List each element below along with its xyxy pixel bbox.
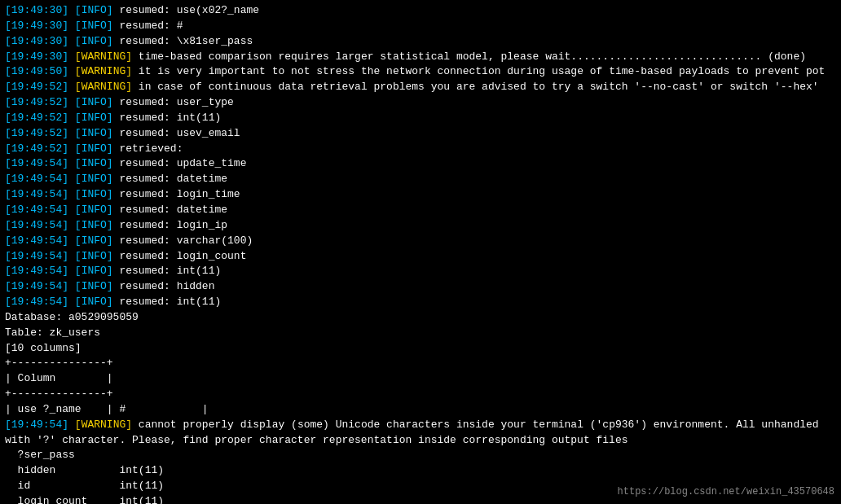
terminal-line: Table: zk_users [5,326,836,341]
tag-info: [INFO] [75,296,113,308]
tag-info: [INFO] [75,127,113,139]
timestamp: [19:49:54] [5,219,68,231]
line-text: | Column | [5,372,113,384]
terminal-line: [19:49:54] [INFO] resumed: update_time [5,156,836,172]
line-text: Table: zk_users [5,327,100,339]
terminal-line: [19:49:52] [INFO] resumed: usev_email [5,126,836,142]
timestamp: [19:49:30] [5,35,68,47]
timestamp: [19:49:54] [5,265,68,277]
line-text: [10 columns] [5,342,81,354]
line-text: +---------------+ [5,388,113,400]
tag-info: [INFO] [75,265,113,277]
terminal-line: | use ?_name | # | [5,402,836,418]
terminal-line: [19:49:30] [INFO] resumed: \x81ser_pass [5,34,836,50]
tag-warning: [WARNING] [75,419,132,431]
timestamp: [19:49:54] [5,173,68,185]
line-text: | use ?_name | # | [5,403,209,415]
terminal-line: [19:49:54] [INFO] resumed: login_count [5,249,836,265]
line-text: resumed: int(11) [113,265,222,277]
timestamp: [19:49:54] [5,280,68,292]
tag-info: [INFO] [75,250,113,262]
line-text: id int(11) [5,480,164,492]
timestamp: [19:49:54] [5,188,68,200]
timestamp: [19:49:54] [5,296,68,308]
line-text: resumed: datetime [113,173,227,185]
terminal-line: [19:49:54] [INFO] resumed: login_time [5,187,836,203]
timestamp: [19:49:54] [5,250,68,262]
tag-info: [INFO] [75,234,113,247]
timestamp: [19:49:30] [5,4,68,16]
terminal-line: [19:49:30] [WARNING] time-based comparis… [5,50,836,65]
terminal-line: with '?' character. Please, find proper … [5,433,836,449]
tag-info: [INFO] [75,142,113,155]
tag-info: [INFO] [75,219,113,231]
line-text: Database: a0529095059 [5,311,139,323]
timestamp: [19:49:52] [5,127,68,139]
terminal-line: [19:49:54] [INFO] resumed: varchar(100) [5,234,836,249]
terminal-line: [19:49:54] [INFO] resumed: login_ip [5,218,836,234]
line-text: resumed: login_count [113,250,247,262]
tag-info: [INFO] [75,173,113,185]
terminal-line: [19:49:54] [INFO] resumed: int(11) [5,295,836,310]
tag-info: [INFO] [75,204,113,216]
terminal-line: [19:49:52] [INFO] retrieved: [5,142,836,157]
terminal-line: [19:49:54] [INFO] resumed: int(11) [5,264,836,279]
line-text: +---------------+ [5,357,113,369]
timestamp: [19:49:30] [5,50,68,63]
tag-info: [INFO] [75,96,113,108]
terminal: [19:49:30] [INFO] resumed: use(x02?_name… [0,0,841,504]
timestamp: [19:49:52] [5,96,68,108]
tag-info: [INFO] [75,157,113,169]
line-text: resumed: \x81ser_pass [113,35,253,47]
terminal-line: +---------------+ [5,387,836,402]
tag-warning: [WARNING] [75,65,132,77]
line-text: resumed: varchar(100) [113,234,253,247]
line-text: resumed: user_type [113,96,234,108]
line-text: resumed: update_time [113,157,247,169]
terminal-line: +---------------+ [5,356,836,371]
timestamp: [19:49:54] [5,157,68,169]
tag-info: [INFO] [75,188,113,200]
line-text: resumed: login_ip [113,219,227,231]
line-text: retrieved: [113,142,183,155]
terminal-line: [19:49:50] [WARNING] it is very importan… [5,64,836,80]
timestamp: [19:49:54] [5,204,68,216]
line-text: resumed: # [113,20,183,32]
timestamp: [19:49:52] [5,112,68,124]
line-text: resumed: use(x02?_name [113,4,259,16]
terminal-line: [19:49:54] [INFO] resumed: datetime [5,172,836,187]
line-text: resumed: hidden [113,280,215,292]
line-text: with '?' character. Please, find proper … [5,434,628,446]
terminal-line: [19:49:54] [INFO] resumed: datetime [5,203,836,218]
watermark: https://blog.csdn.net/weixin_43570648 [618,486,834,497]
terminal-line: [19:49:54] [INFO] resumed: hidden [5,279,836,295]
line-text: cannot properly display (some) Unicode c… [132,419,819,431]
line-text: resumed: int(11) [113,112,222,124]
line-text: in case of continuous data retrieval pro… [132,81,819,93]
timestamp: [19:49:52] [5,142,68,155]
terminal-line: [19:49:30] [INFO] resumed: # [5,19,836,34]
tag-info: [INFO] [75,4,113,16]
terminal-line: [19:49:30] [INFO] resumed: use(x02?_name [5,3,836,19]
line-text: ?ser_pass [5,449,75,461]
terminal-line: [19:49:52] [INFO] resumed: user_type [5,95,836,111]
timestamp: [19:49:54] [5,419,68,431]
terminal-line: Database: a0529095059 [5,310,836,326]
timestamp: [19:49:52] [5,81,68,93]
line-text: time-based comparison requires larger st… [132,50,806,63]
terminal-line: ?ser_pass [5,448,836,463]
timestamp: [19:49:50] [5,65,68,77]
line-text: login_count int(11) [5,495,164,504]
terminal-line: [19:49:54] [WARNING] cannot properly dis… [5,418,836,433]
timestamp: [19:49:54] [5,234,68,247]
line-text: it is very important to not stress the n… [132,65,825,77]
line-text: resumed: int(11) [113,296,222,308]
tag-warning: [WARNING] [75,81,132,93]
line-text: resumed: usev_email [113,127,240,139]
terminal-line: hidden int(11) [5,463,836,479]
timestamp: [19:49:30] [5,20,68,32]
terminal-line: [19:49:52] [WARNING] in case of continuo… [5,80,836,95]
line-text: resumed: login_time [113,188,240,200]
terminal-line: | Column | [5,371,836,387]
terminal-content: [19:49:30] [INFO] resumed: use(x02?_name… [5,3,836,504]
